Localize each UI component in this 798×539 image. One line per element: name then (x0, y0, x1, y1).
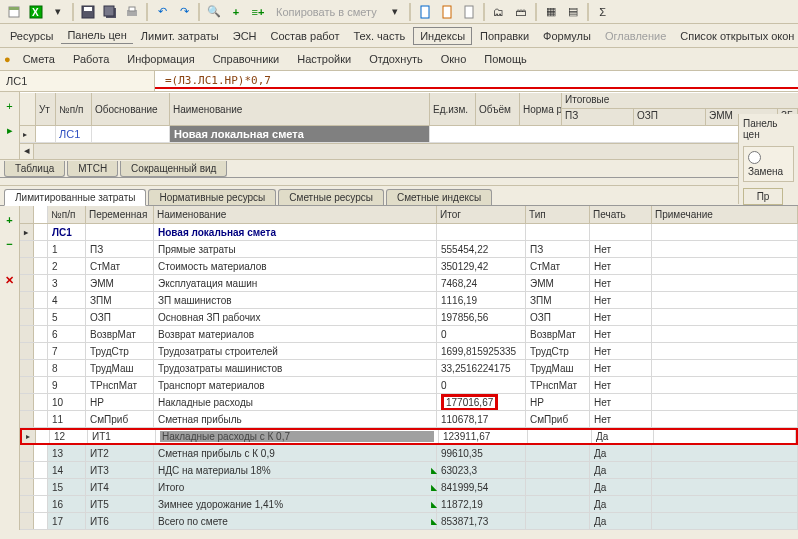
hdr-num[interactable]: №п/п (56, 93, 92, 125)
menu-info[interactable]: Информация (119, 51, 202, 67)
lh-name[interactable]: Наименование (154, 206, 437, 223)
cell-num[interactable]: ЛС1 (56, 126, 92, 142)
rp-btn[interactable]: Пр (743, 188, 783, 205)
menu-settings[interactable]: Настройки (289, 51, 359, 67)
table-row[interactable]: 10НРНакладные расходы177016,67НРНет (20, 394, 798, 411)
cell-var: ЗПМ (86, 292, 154, 308)
add-row-icon[interactable]: + (226, 2, 246, 22)
table-row[interactable]: 13ИТ2Сметная прибыль с К 0,999610,35Да (20, 445, 798, 462)
lh-print[interactable]: Печать (590, 206, 652, 223)
tab-esn[interactable]: ЭСН (227, 28, 263, 44)
cell-tip: ТРнспМат (526, 377, 590, 393)
minus-icon[interactable]: − (0, 234, 20, 254)
table-row[interactable]: 7ТрудСтрТрудозатраты строителей1699,8159… (20, 343, 798, 360)
lh-note[interactable]: Примечание (652, 206, 798, 223)
excel-icon[interactable]: X (26, 2, 46, 22)
doc2-icon[interactable] (437, 2, 457, 22)
menu-help[interactable]: Помощь (476, 51, 535, 67)
menu-rabota[interactable]: Работа (65, 51, 117, 67)
cell-itog: 350129,42 (437, 258, 526, 274)
menu-sprav[interactable]: Справочники (205, 51, 288, 67)
cell-lc-num: ЛС1 (48, 224, 86, 240)
table-row[interactable]: 5ОЗПОсновная ЗП рабочих197856,56ОЗПНет (20, 309, 798, 326)
hdr-norma[interactable]: Норма расход (520, 93, 562, 125)
upper-data-row[interactable]: ▸ ЛС1 Новая локальная смета (20, 126, 798, 143)
tab-tech[interactable]: Тех. часть (347, 28, 411, 44)
tab-formulas[interactable]: Формулы (537, 28, 597, 44)
cell-note (652, 275, 798, 291)
doc1-icon[interactable] (415, 2, 435, 22)
tab-norm-res[interactable]: Нормативные ресурсы (148, 189, 276, 205)
undo-icon[interactable]: ↶ (152, 2, 172, 22)
left-add-icon[interactable]: + (0, 96, 20, 116)
lower-title-row[interactable]: ▸ ЛС1 Новая локальная смета (20, 224, 798, 241)
save-icon[interactable] (78, 2, 98, 22)
table-row[interactable]: 11СмПрибСметная прибыль110678,17СмПрибНе… (20, 411, 798, 428)
menu-smeta[interactable]: Смета (15, 51, 63, 67)
add-rows-icon[interactable]: ≡+ (248, 2, 268, 22)
tab-windows[interactable]: Список открытых окон (674, 28, 798, 44)
lh-num[interactable]: №п/п (48, 206, 86, 223)
find-icon[interactable]: 🔍 (204, 2, 224, 22)
tab-prices[interactable]: Панель цен (61, 27, 132, 44)
plus-icon[interactable]: + (0, 210, 20, 230)
tab-popravki[interactable]: Поправки (474, 28, 535, 44)
table-row[interactable]: 2СтМатСтоимость материалов350129,42СтМат… (20, 258, 798, 275)
saveall-icon[interactable] (100, 2, 120, 22)
tab-tablica[interactable]: Таблица (4, 161, 65, 177)
tab-indexes[interactable]: Индексы (413, 27, 472, 45)
tab-limit-costs[interactable]: Лимитированные затраты (4, 189, 146, 206)
left-ptr-icon[interactable]: ▸ (0, 120, 20, 140)
tab-smet-idx[interactable]: Сметные индексы (386, 189, 492, 205)
doc3-icon[interactable] (459, 2, 479, 22)
hdr-itog[interactable]: Итоговые (562, 93, 798, 109)
table-row[interactable]: 14ИТ3НДС на материалы 18%63023,3◣Да (20, 462, 798, 479)
table-row[interactable]: ▸12ИТ1Накладные расходы с К 0,7123911,67… (20, 428, 798, 445)
tab-resources[interactable]: Ресурсы (4, 28, 59, 44)
hdr-obem[interactable]: Объём (476, 93, 520, 125)
tree-icon[interactable]: 🗂 (489, 2, 509, 22)
table-row[interactable]: 6ВозврМатВозврат материалов0ВозврМатНет (20, 326, 798, 343)
hdr-ut[interactable]: Ут (36, 93, 56, 125)
grid-icon[interactable]: ▦ (541, 2, 561, 22)
tree2-icon[interactable]: 🗃 (511, 2, 531, 22)
tab-mtsn[interactable]: МТСН (67, 161, 118, 177)
hdr-ozp[interactable]: ОЗП (634, 109, 706, 125)
menu-rest[interactable]: Отдохнуть (361, 51, 431, 67)
table-row[interactable]: 4ЗПМЗП машинистов1116,19ЗПМНет (20, 292, 798, 309)
hdr-obosn[interactable]: Обоснование (92, 93, 170, 125)
table-row[interactable]: 9ТРнспМатТранспорт материалов0ТРнспМатНе… (20, 377, 798, 394)
sum-icon[interactable]: Σ (593, 2, 613, 22)
dropdown2-icon[interactable]: ▾ (385, 2, 405, 22)
grid2-icon[interactable]: ▤ (563, 2, 583, 22)
cell-reference[interactable]: ЛС1 (0, 71, 155, 91)
tab-short[interactable]: Сокращенный вид (120, 161, 227, 177)
lh-tip[interactable]: Тип (526, 206, 590, 223)
table-row[interactable]: 15ИТ4Итого841999,54◣Да (20, 479, 798, 496)
table-row[interactable]: 8ТрудМашТрудозатраты машинистов33,251622… (20, 360, 798, 377)
table-row[interactable]: 1ПЗПрямые затраты555454,22ПЗНет (20, 241, 798, 258)
lh-var[interactable]: Переменная (86, 206, 154, 223)
scroll-left-icon[interactable]: ◂ (20, 144, 34, 159)
cell-n: 6 (48, 326, 86, 342)
rp-replace-checkbox[interactable]: Замена (748, 155, 783, 177)
hdr-ed[interactable]: Ед.изм. (430, 93, 476, 125)
redo-icon[interactable]: ↷ (174, 2, 194, 22)
delete-icon[interactable]: ✕ (0, 270, 20, 290)
tab-smet-res[interactable]: Сметные ресурсы (278, 189, 384, 205)
cell-n: 17 (48, 513, 86, 529)
print-icon[interactable] (122, 2, 142, 22)
table-row[interactable]: 16ИТ5Зимнее удорожание 1,41%11872,19◣Да (20, 496, 798, 513)
tab-sostav[interactable]: Состав работ (265, 28, 346, 44)
dropdown-icon[interactable]: ▾ (48, 2, 68, 22)
hdr-name[interactable]: Наименование (170, 93, 430, 125)
table-row[interactable]: 17ИТ6Всего по смете853871,73◣Да (20, 513, 798, 530)
cell-name[interactable]: Новая локальная смета (170, 126, 430, 142)
new-icon[interactable] (4, 2, 24, 22)
menu-window[interactable]: Окно (433, 51, 475, 67)
formula-input[interactable]: =(ЛЗ.ЛС1.НР)*0,7 (155, 74, 798, 89)
tab-limit[interactable]: Лимит. затраты (135, 28, 225, 44)
table-row[interactable]: 3ЭММЭксплуатация машин7468,24ЭММНет (20, 275, 798, 292)
hdr-pz[interactable]: ПЗ (562, 109, 634, 125)
lh-itog[interactable]: Итог (437, 206, 526, 223)
